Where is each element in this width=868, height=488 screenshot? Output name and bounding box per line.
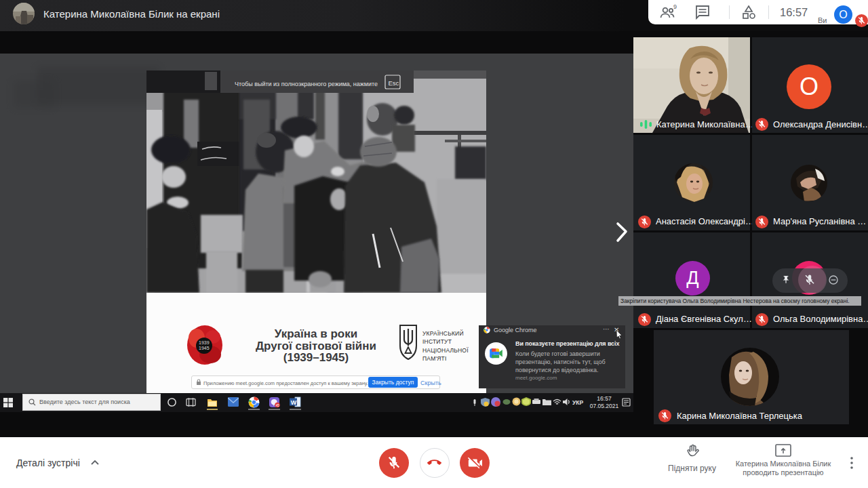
svg-text:Esc: Esc [389,79,399,87]
svg-text:9: 9 [673,4,677,10]
svg-text:45: 45 [276,404,280,407]
svg-text:W: W [291,399,297,406]
svg-text:1939: 1939 [199,340,210,345]
svg-text:1945: 1945 [199,346,210,350]
svg-text:Чтобы выйти из полноэкранного: Чтобы выйти из полноэкранного режима, на… [235,81,378,87]
